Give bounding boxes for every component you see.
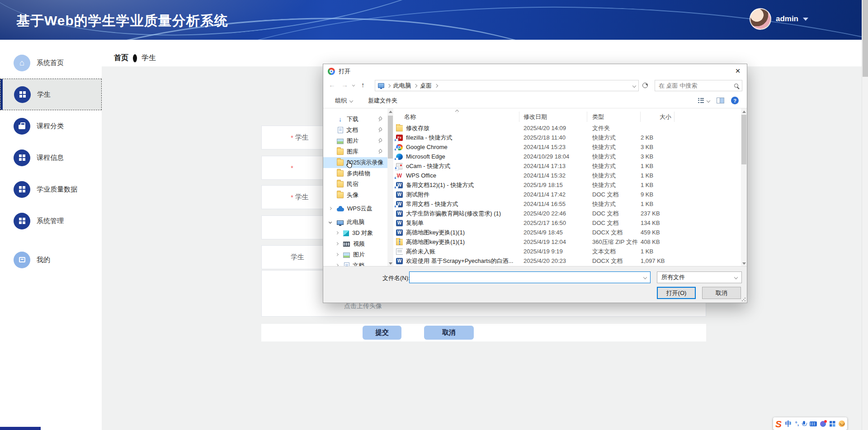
open-button[interactable]: 打开(O) bbox=[657, 287, 696, 299]
help-icon[interactable]: ? bbox=[731, 97, 739, 104]
address-breadcrumb-box[interactable]: 此电脑 桌面 bbox=[375, 80, 639, 91]
tree-expander-icon[interactable] bbox=[335, 253, 339, 256]
scroll-down-icon[interactable] bbox=[389, 262, 392, 265]
folder-tree-item[interactable]: 图片 bbox=[323, 136, 387, 146]
column-header-date[interactable]: 修改日期 bbox=[519, 112, 587, 122]
sidebar-item[interactable]: 课程分类 bbox=[0, 110, 102, 142]
shortcut-badge-icon bbox=[395, 158, 398, 160]
scroll-up-icon[interactable] bbox=[742, 111, 746, 113]
folder-tree-item[interactable]: 此电脑 bbox=[323, 217, 387, 228]
tree-expander-icon[interactable] bbox=[329, 220, 332, 224]
tree-expander-icon[interactable] bbox=[329, 207, 332, 210]
folder-tree-item[interactable]: 民宿 bbox=[323, 179, 387, 190]
organize-menu[interactable]: 组织 bbox=[335, 97, 353, 105]
sidebar-item[interactable]: 我的 bbox=[0, 244, 102, 276]
up-arrow-icon[interactable]: ↑ bbox=[361, 81, 365, 89]
emoji-icon[interactable] bbox=[839, 421, 845, 427]
sidebar-item-label: 课程分类 bbox=[37, 122, 64, 131]
sogou-logo-icon[interactable]: S bbox=[775, 419, 782, 429]
refresh-icon[interactable] bbox=[642, 83, 648, 88]
chevron-down-icon[interactable] bbox=[643, 276, 647, 279]
ime-language-toggle[interactable]: 中 bbox=[785, 420, 792, 428]
tree-scrollbar-thumb[interactable] bbox=[388, 116, 393, 159]
folder-tree-item[interactable]: 下载 bbox=[323, 114, 387, 125]
ime-punctuation-toggle[interactable]: °, bbox=[795, 421, 799, 427]
folder-tree-item[interactable]: 视频 bbox=[323, 238, 387, 249]
folder-tree-item[interactable]: 3D 对象 bbox=[323, 228, 387, 238]
skin-tool-icon[interactable] bbox=[820, 421, 826, 427]
folder-tree-item[interactable]: WPS云盘 bbox=[323, 203, 387, 214]
dialog-toolbar: 组织 新建文件夹 ? bbox=[323, 93, 747, 108]
sidebar-item-label: 系统首页 bbox=[37, 59, 64, 67]
file-row[interactable]: WPS Office 2024/11/4 15:32 快捷方式 1 KB bbox=[393, 171, 741, 180]
submit-button[interactable]: 提交 bbox=[363, 326, 401, 340]
dialog-titlebar[interactable]: 打开 × bbox=[323, 64, 747, 78]
folder-tree-item[interactable]: 图库 bbox=[323, 146, 387, 157]
file-type: 快捷方式 bbox=[587, 143, 641, 151]
resize-grip[interactable] bbox=[741, 297, 746, 302]
file-row[interactable]: Google Chrome 2024/11/4 15:23 快捷方式 3 KB bbox=[393, 142, 741, 152]
file-row[interactable]: Microsoft Edge 2024/10/29 18:04 快捷方式 3 K… bbox=[393, 152, 741, 161]
filetype-select[interactable]: 所有文件 bbox=[657, 271, 742, 283]
tree-scrollbar[interactable] bbox=[387, 108, 393, 267]
microphone-icon[interactable] bbox=[802, 421, 806, 427]
tree-expander-icon[interactable] bbox=[335, 242, 339, 245]
toolbox-grid-icon[interactable] bbox=[830, 421, 835, 427]
file-list-scrollbar[interactable] bbox=[741, 108, 747, 267]
folder-tree-item-label: WPS云盘 bbox=[347, 205, 373, 213]
file-row[interactable]: oCam - 快捷方式 2024/11/4 17:13 快捷方式 1 KB bbox=[393, 161, 741, 171]
file-row[interactable]: 复制单 2025/2/17 16:50 DOC 文档 134 KB bbox=[393, 218, 741, 228]
sidebar-item[interactable]: 课程信息 bbox=[0, 142, 102, 173]
user-menu[interactable]: admin bbox=[750, 8, 808, 30]
close-icon[interactable]: × bbox=[729, 64, 747, 78]
preview-pane-icon[interactable] bbox=[717, 98, 724, 103]
page-scrollbar[interactable] bbox=[862, 0, 868, 430]
file-row[interactable]: 测试附件 2024/11/4 17:42 DOC 文档 9 KB bbox=[393, 190, 741, 199]
file-row[interactable]: 大学生防诈骗教育网站(修改需求) (1) 2025/4/20 22:46 DOC… bbox=[393, 209, 741, 218]
folder-tree-item[interactable]: 文档 bbox=[323, 125, 387, 136]
folder-tree-item[interactable]: 头像 bbox=[323, 190, 387, 201]
page-scrollbar-thumb[interactable] bbox=[863, 0, 868, 77]
forward-arrow-icon[interactable]: → bbox=[341, 81, 348, 89]
scroll-down-icon[interactable] bbox=[742, 262, 746, 265]
form-cancel-button[interactable]: 取消 bbox=[424, 326, 474, 340]
sidebar-item[interactable]: 学业质量数据 bbox=[0, 173, 102, 205]
history-chevron-icon[interactable] bbox=[352, 84, 355, 87]
file-row[interactable]: 常用文档 - 快捷方式 2024/11/4 16:55 快捷方式 1 KB bbox=[393, 199, 741, 209]
search-box[interactable]: 在 桌面 中搜索 bbox=[655, 80, 742, 91]
sidebar-item[interactable]: 系统管理 bbox=[0, 205, 102, 237]
file-row[interactable]: 欢迎使用 基于Scrapy+Pyecharts的白酒... 2025/4/20 … bbox=[393, 256, 741, 266]
address-crumb-desktop[interactable]: 桌面 bbox=[420, 82, 432, 90]
folder-tree-item[interactable]: 图片 bbox=[323, 249, 387, 260]
column-header-size[interactable]: 大小 bbox=[641, 112, 675, 122]
folder-tree-item[interactable]: 2025演示录像 bbox=[323, 157, 387, 168]
address-dropdown-chevron[interactable] bbox=[632, 84, 636, 87]
file-row[interactable]: 高价未入账 2025/4/19 9:19 文本文档 1 KB bbox=[393, 247, 741, 256]
file-row[interactable]: filezilla - 快捷方式 2025/2/18 11:40 快捷方式 2 … bbox=[393, 133, 741, 142]
folder-tree-item[interactable]: 多肉植物 bbox=[323, 168, 387, 179]
file-type: DOCX 文档 bbox=[587, 229, 641, 237]
sidebar-item[interactable]: 学生 bbox=[0, 79, 102, 110]
file-row[interactable]: 备用文档12)(1) - 快捷方式 2025/1/9 18:15 快捷方式 1 … bbox=[393, 180, 741, 190]
sidebar-item[interactable]: 系统首页 bbox=[0, 47, 102, 79]
folder-tree-item-icon bbox=[343, 252, 350, 258]
scroll-up-icon[interactable] bbox=[389, 111, 392, 113]
dialog-cancel-button[interactable]: 取消 bbox=[702, 287, 741, 299]
filename-input[interactable] bbox=[409, 271, 651, 283]
file-row[interactable]: 修改存放 2025/4/20 14:09 文件夹 bbox=[393, 123, 741, 133]
address-crumb-this-pc[interactable]: 此电脑 bbox=[393, 82, 411, 90]
column-header-type[interactable]: 类型 bbox=[587, 112, 641, 122]
avatar[interactable] bbox=[750, 8, 771, 30]
file-row[interactable]: 高德地图key更换(1)(1) 2025/4/9 18:45 DOCX 文档 4… bbox=[393, 228, 741, 237]
back-arrow-icon[interactable]: ← bbox=[329, 81, 335, 89]
file-size: 1 KB bbox=[641, 182, 675, 188]
dialog-address-bar: ← → ↑ 此电脑 桌面 在 桌面 中搜索 bbox=[323, 78, 747, 93]
virtual-keyboard-icon[interactable] bbox=[810, 421, 817, 426]
tree-expander-icon[interactable] bbox=[335, 231, 339, 234]
sidebar: 系统首页 学生 课程分类 课程信息 学业质量数据 系统管理 bbox=[0, 40, 102, 430]
file-list-scrollbar-thumb[interactable] bbox=[741, 115, 746, 164]
view-mode-button[interactable] bbox=[698, 98, 710, 103]
new-folder-button[interactable]: 新建文件夹 bbox=[368, 97, 397, 105]
file-row[interactable]: 高德地图key更换(1)(1) 2025/4/19 12:04 360压缩 ZI… bbox=[393, 237, 741, 247]
breadcrumb-home-link[interactable]: 首页 bbox=[114, 53, 128, 63]
